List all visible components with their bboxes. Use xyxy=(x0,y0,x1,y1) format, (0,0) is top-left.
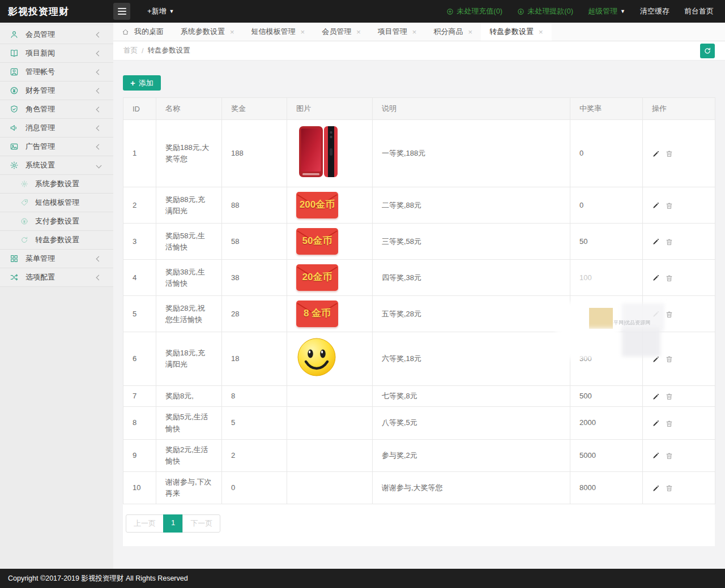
sidebar-subitem-label: 短信模板管理 xyxy=(35,198,79,208)
edit-icon[interactable] xyxy=(652,274,660,282)
delete-icon[interactable] xyxy=(665,355,673,363)
table-header-row: ID名称奖金图片说明中奖率操作 xyxy=(123,98,715,120)
admin-dropdown[interactable]: 超级管理 ▼ xyxy=(588,6,625,16)
close-icon[interactable]: × xyxy=(468,28,472,36)
sidebar-toggle-button[interactable] xyxy=(113,3,130,20)
next-page-button[interactable]: 下一页 xyxy=(182,514,220,533)
tab-wheel-params[interactable]: 转盘参数设置× xyxy=(481,23,552,41)
delete-icon[interactable] xyxy=(665,274,673,282)
cell-prize: 5 xyxy=(222,407,287,439)
cell-actions xyxy=(643,332,715,386)
cell-desc: 七等奖,8元 xyxy=(373,386,570,407)
tab-label: 积分商品 xyxy=(433,27,463,37)
clear-cache-link[interactable]: 清空缓存 xyxy=(640,6,669,16)
sidebar-item-label: 角色管理 xyxy=(25,104,55,114)
tab-sms-template[interactable]: 短信模板管理× xyxy=(243,23,314,41)
refresh-button[interactable] xyxy=(700,44,715,58)
column-header: 图片 xyxy=(287,98,373,120)
edit-icon[interactable] xyxy=(652,419,660,427)
page-1-button[interactable]: 1 xyxy=(163,514,183,533)
sidebar-subitem-sms-template[interactable]: 短信模板管理 xyxy=(0,194,113,212)
breadcrumb-home[interactable]: 首页 xyxy=(123,46,138,55)
close-icon[interactable]: × xyxy=(356,28,361,36)
chevron-left-icon xyxy=(96,106,102,112)
sidebar-item-menus[interactable]: 菜单管理 xyxy=(0,250,113,268)
tab-points-goods[interactable]: 积分商品× xyxy=(425,23,481,41)
cell-id: 2 xyxy=(123,187,156,224)
sidebar-item-finance[interactable]: 财务管理 xyxy=(0,81,113,100)
cell-desc: 六等奖,18元 xyxy=(373,332,570,386)
sidebar-item-label: 广告管理 xyxy=(25,141,55,152)
prize-image-envelope: 50金币 xyxy=(296,228,338,255)
column-header: 奖金 xyxy=(222,98,287,120)
chevron-left-icon xyxy=(96,125,102,131)
edit-icon[interactable] xyxy=(652,355,660,363)
sidebar-subitem-wheel-params[interactable]: 转盘参数设置 xyxy=(0,231,113,250)
sidebar-item-label: 财务管理 xyxy=(25,85,55,96)
cell-image: 200金币 xyxy=(287,187,373,224)
unprocessed-recharge-link[interactable]: 未处理充值(0) xyxy=(446,6,502,16)
book-icon xyxy=(10,49,19,58)
sidebar-item-ads[interactable]: 广告管理 xyxy=(0,138,113,156)
table-row: 4奖励38元,生活愉快38 20金币 四等奖,38元100 xyxy=(123,260,715,296)
edit-icon[interactable] xyxy=(652,393,660,401)
sidebar-item-label: 系统设置 xyxy=(25,160,55,170)
delete-icon[interactable] xyxy=(665,149,673,158)
cell-desc: 二等奖,88元 xyxy=(373,187,570,224)
sidebar-item-accounts[interactable]: 管理帐号 xyxy=(0,63,113,81)
sidebar-subitem-label: 系统参数设置 xyxy=(35,179,79,189)
prize-image-envelope: 20金币 xyxy=(296,264,338,291)
breadcrumb: 首页 / 转盘参数设置 xyxy=(113,41,725,61)
edit-icon[interactable] xyxy=(652,150,660,158)
edit-icon[interactable] xyxy=(652,484,660,492)
chevron-left-icon xyxy=(96,32,102,37)
sidebar-item-members[interactable]: 会员管理 xyxy=(0,25,113,44)
home-icon xyxy=(122,28,129,36)
unprocessed-withdraw-link[interactable]: 未处理提款(0) xyxy=(517,6,573,16)
front-home-link[interactable]: 前台首页 xyxy=(684,6,714,16)
delete-icon[interactable] xyxy=(665,392,673,401)
cell-name: 奖励5元,生活愉快 xyxy=(156,407,222,439)
edit-icon[interactable] xyxy=(652,452,660,460)
sidebar-item-news[interactable]: 项目新闻 xyxy=(0,44,113,63)
prev-page-button[interactable]: 上一页 xyxy=(126,514,164,533)
edit-icon[interactable] xyxy=(652,201,660,209)
tab-system-params[interactable]: 系统参数设置× xyxy=(172,23,243,41)
sidebar-item-options[interactable]: 选项配置 xyxy=(0,268,113,287)
sidebar-item-system-settings[interactable]: 系统设置 xyxy=(0,156,113,175)
add-new-dropdown[interactable]: +新增 ▼ xyxy=(147,6,174,16)
close-icon[interactable]: × xyxy=(230,28,234,36)
tab-label: 短信模板管理 xyxy=(251,27,296,37)
cell-desc: 八等奖,5元 xyxy=(373,407,570,439)
sidebar-subitem-label: 支付参数设置 xyxy=(35,216,79,226)
tab-projects[interactable]: 项目管理× xyxy=(369,23,425,41)
edit-icon[interactable] xyxy=(652,310,660,318)
close-icon[interactable]: × xyxy=(412,28,417,36)
cell-rate: 2000 xyxy=(570,407,643,439)
cell-image: 50金币 xyxy=(287,224,373,260)
sidebar-item-messages[interactable]: 消息管理 xyxy=(0,119,113,138)
close-icon[interactable]: × xyxy=(539,28,543,36)
submenu-system-settings: 系统参数设置短信模板管理支付参数设置转盘参数设置 xyxy=(0,175,113,250)
edit-icon[interactable] xyxy=(652,238,660,246)
sidebar-subitem-pay-params[interactable]: 支付参数设置 xyxy=(0,212,113,231)
cell-prize: 0 xyxy=(222,471,287,504)
envelope-label: 200金币 xyxy=(300,198,335,212)
delete-icon[interactable] xyxy=(665,452,673,460)
tab-label: 我的桌面 xyxy=(134,27,164,37)
sidebar-item-label: 菜单管理 xyxy=(25,254,55,264)
delete-icon[interactable] xyxy=(665,419,673,428)
cell-rate: 500 xyxy=(570,386,643,407)
add-button[interactable]: + 添加 xyxy=(123,75,161,91)
close-icon[interactable]: × xyxy=(301,28,305,36)
cell-desc: 四等奖,38元 xyxy=(373,260,570,296)
tab-members[interactable]: 会员管理× xyxy=(313,23,369,41)
cell-name: 奖励18元,充满阳光 xyxy=(156,332,222,386)
tab-desktop[interactable]: 我的桌面 xyxy=(113,23,172,41)
sidebar-item-roles[interactable]: 角色管理 xyxy=(0,100,113,119)
delete-icon[interactable] xyxy=(665,484,673,492)
delete-icon[interactable] xyxy=(665,310,673,319)
delete-icon[interactable] xyxy=(665,238,673,246)
sidebar-subitem-system-params[interactable]: 系统参数设置 xyxy=(0,175,113,194)
delete-icon[interactable] xyxy=(665,201,673,210)
